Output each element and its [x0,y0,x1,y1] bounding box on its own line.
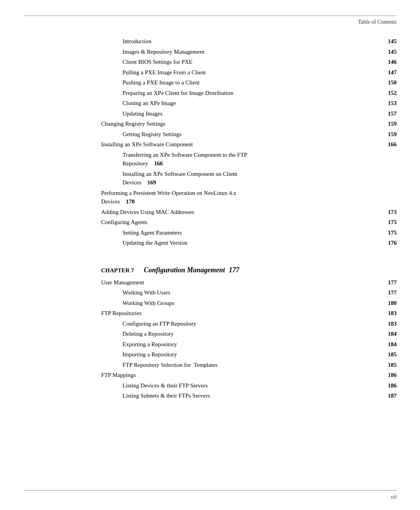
entry-text: Configuring an FTP Repository [122,319,385,328]
entry-page: 170 [126,198,135,205]
toc-entry-installing-client: Installing an XPe Software Component on … [101,170,397,187]
entry-text-cont: Devices [101,198,123,205]
toc-entry-introduction: Introduction 145 [101,37,397,46]
entry-text: Working With Users [122,288,385,297]
entry-page: 183 [388,309,397,318]
toc-entry-user-management: User Management 177 [101,278,397,287]
chapter7-label: CHAPTER 7 [101,267,136,274]
toc-entry-images-repo: Images & Repository Management 145 [101,47,397,56]
entry-page: 177 [388,288,397,297]
entry-page: 185 [388,361,397,370]
entry-text: Getting Registry Settings [122,130,385,139]
toc-content: Introduction 145 Images & Repository Man… [23,37,397,400]
entry-page: 150 [388,78,397,87]
entry-page: 145 [388,37,397,46]
entry-text: Importing a Repository [122,350,385,359]
entry-text: Listing Subnets & their FTPs Servers [122,391,385,400]
page: Table of Contents Introduction 145 Image… [0,0,420,510]
entry-page: 157 [388,109,397,118]
toc-entry-getting-registry: Getting Registry Settings 159 [101,130,397,139]
entry-page: 159 [388,130,397,139]
entry-page: 173 [388,208,397,217]
toc-entry-preparing-xpe: Preparing an XPe Client for Image Distri… [101,89,397,98]
entry-page: 169 [147,179,156,186]
entry-text: Setting Agent Parameters [122,228,385,237]
toc-entry-listing-subnets: Listing Subnets & their FTPs Servers 187 [101,391,397,400]
entry-page: 185 [388,350,397,359]
entry-page: 145 [388,47,397,56]
entry-first-line: Performing a Persistent Write Operation … [101,189,397,198]
bottom-rule [23,490,397,491]
entry-text: Deleting a Repository [122,329,385,338]
entry-page: 184 [388,329,397,338]
toc-entry-installing-xpe: Installing an XPe Software Component 166 [101,140,397,149]
entry-text: Cloning an XPe Image [122,99,385,108]
entry-text: FTP Repositories [101,309,385,318]
entry-page: 166 [388,140,397,149]
toc-entry-push-pxe: Pushing a PXE Image to a Client 150 [101,78,397,87]
entry-text: FTP Repository Selection for Templates [122,361,385,370]
entry-text: Transferring an XPe Software Component t… [122,151,397,159]
toc-entry-configuring-agents: Configuring Agents 175 [101,218,397,227]
toc-entry-updating-agent-version: Updating the Agent Version 176 [101,238,397,247]
chapter7-title: Configuration Management [144,266,225,274]
entry-text-cont: Repository [122,160,151,166]
toc-entry-ftp-repos: FTP Repositories 183 [101,309,397,318]
entry-page: 187 [388,391,397,400]
toc-entry-setting-agent-params: Setting Agent Parameters 175 [101,228,397,237]
toc-entry-persistent-write: Performing a Persistent Write Operation … [101,189,397,206]
entry-text: Performing a Persistent Write Operation … [101,189,397,198]
entry-page: 175 [388,228,397,237]
entry-first-line: Installing an XPe Software Component on … [122,170,397,179]
entry-page: 175 [388,218,397,227]
entry-text: Configuring Agents [101,218,385,227]
toc-entry-working-users: Working With Users 177 [101,288,397,297]
toc-entry-exporting-repo: Exporting a Repository 184 [101,340,397,349]
toc-entry-listing-devices: Listing Devices & their FTP Servers 186 [101,381,397,390]
entry-text: Working With Groups [122,299,385,308]
toc-entry-transferring: Transferring an XPe Software Component t… [101,151,397,168]
entry-text: Installing an XPe Software Component on … [122,170,397,179]
entry-text: Images & Repository Management [122,47,385,56]
entry-page: 166 [154,160,163,166]
entry-continuation: Devices 170 [101,197,397,206]
entry-text-cont: Devices [122,179,144,186]
entry-text: Pushing a PXE Image to a Client [122,78,385,87]
toc-entry-deleting-repo: Deleting a Repository 184 [101,329,397,338]
toc-entry-configuring-ftp: Configuring an FTP Repository 183 [101,319,397,328]
toc-entry-ftp-repo-selection: FTP Repository Selection for Templates 1… [101,361,397,370]
entry-text: User Management [101,278,385,287]
entry-text: Preparing an XPe Client for Image Distri… [122,89,385,98]
entry-text: Introduction [122,37,385,46]
entry-text: Client BIOS Settings for PXE [122,58,385,67]
entry-text: Updating the Agent Version [122,238,385,247]
toc-entry-ftp-mappings: FTP Mappings 186 [101,371,397,380]
entry-text: FTP Mappings [101,371,385,380]
toc-entry-adding-devices: Adding Devices Using MAC Addresses 173 [101,208,397,217]
entry-first-line: Transferring an XPe Software Component t… [122,151,397,159]
entry-text: Pulling a PXE Image From a Client [122,68,385,77]
toc-entry-bios: Client BIOS Settings for PXE 146 [101,58,397,67]
entry-continuation: Repository 166 [122,159,397,168]
toc-entry-cloning-xpe: Cloning an XPe Image 153 [101,99,397,108]
chapter7-page: 177 [229,266,240,274]
toc-entry-working-groups: Working With Groups 180 [101,299,397,308]
entry-page: 153 [388,99,397,108]
entry-page: 176 [388,238,397,247]
entry-page: 177 [388,278,397,287]
page-number-footer: vii [391,494,397,500]
entry-text: Listing Devices & their FTP Servers [122,381,385,390]
entry-page: 186 [388,381,397,390]
entry-page: 186 [388,371,397,380]
entry-page: 147 [388,68,397,77]
entry-page: 180 [388,299,397,308]
entry-continuation: Devices 169 [122,178,397,187]
header: Table of Contents [23,19,397,25]
entry-text: Adding Devices Using MAC Addresses [101,208,385,217]
entry-text: Changing Registry Settings [101,119,385,128]
chapter7-entry: CHAPTER 7 Configuration Management 177 [101,266,397,274]
entry-page: 152 [388,89,397,98]
toc-entry-updating-images: Updating Images 157 [101,109,397,118]
footer-page: vii [391,494,397,500]
entry-page: 183 [388,319,397,328]
